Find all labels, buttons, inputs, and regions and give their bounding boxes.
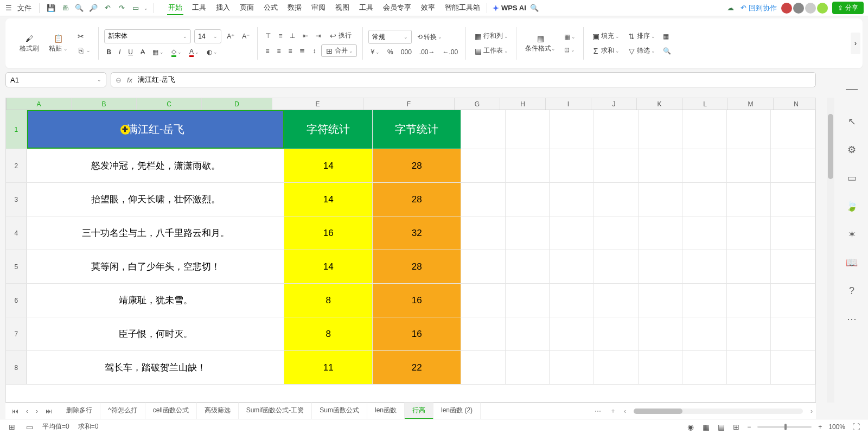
cell[interactable] <box>682 317 727 350</box>
number-format-select[interactable]: 常规⌄ <box>368 30 412 44</box>
help-icon[interactable]: ? <box>844 283 859 298</box>
fullscreen-icon[interactable]: ⛶ <box>852 423 860 431</box>
ribbon-tab-0[interactable]: 开始 <box>167 1 183 15</box>
format-painter-button[interactable]: 🖌格式刷 <box>16 28 42 59</box>
cell[interactable] <box>550 216 594 250</box>
name-box[interactable]: A1⌄ <box>5 72 106 87</box>
increase-indent-button[interactable]: ⇥ <box>314 31 323 41</box>
cell[interactable] <box>771 110 815 149</box>
cell[interactable] <box>506 183 550 216</box>
hscroll-right-button[interactable]: › <box>807 407 816 415</box>
header-char-stat[interactable]: 字符统计 <box>284 110 373 149</box>
byte-count-cell[interactable]: 16 <box>373 317 461 350</box>
char-count-cell[interactable]: 8 <box>284 317 373 350</box>
poem-cell[interactable]: 驾长车，踏破贺兰山缺！ <box>27 351 285 384</box>
cell-styles-button[interactable]: ▦⌄ <box>562 32 578 42</box>
ribbon-tab-3[interactable]: 页面 <box>239 1 255 15</box>
ribbon-tab-7[interactable]: 视图 <box>334 1 350 15</box>
cell[interactable] <box>639 317 683 350</box>
cell[interactable] <box>506 351 550 384</box>
qat-redo-icon[interactable]: ↷ <box>116 2 127 14</box>
fill-button[interactable]: ▣填充⌄ <box>589 30 622 42</box>
status-record-icon[interactable]: ▭ <box>25 423 34 431</box>
cell[interactable] <box>682 149 727 182</box>
sheet-tab[interactable]: Sumif函数公式-工资 <box>239 403 312 419</box>
col-header[interactable]: I <box>546 98 591 110</box>
col-header[interactable]: G <box>455 98 500 110</box>
highlight-button[interactable]: ◐⌄ <box>205 47 220 57</box>
col-header[interactable]: C <box>137 98 202 110</box>
sheet-tab[interactable]: Sum函数公式 <box>312 403 367 419</box>
row-header[interactable]: 1 <box>6 110 27 149</box>
align-top-button[interactable]: ⊤ <box>263 31 273 41</box>
cond-format-button[interactable]: ▦条件格式⌄ <box>522 28 559 59</box>
sheet-tab[interactable]: cell函数公式 <box>145 403 197 419</box>
cell[interactable] <box>550 183 594 216</box>
cell[interactable] <box>682 216 727 250</box>
horizontal-scrollbar[interactable] <box>634 409 803 414</box>
poem-cell[interactable]: 抬望眼，仰天长啸，壮怀激烈。 <box>27 183 285 216</box>
col-header[interactable]: M <box>728 98 774 110</box>
cell[interactable] <box>550 284 594 317</box>
cell[interactable] <box>550 110 594 149</box>
col-header[interactable]: J <box>591 98 637 110</box>
sheet-next-button[interactable]: › <box>34 406 40 416</box>
sheet-tab[interactable]: len函数 <box>367 403 405 419</box>
formula-input[interactable]: ⊖ fx 满江红-岳飞 <box>111 72 816 87</box>
italic-button[interactable]: I <box>117 47 123 57</box>
avatar[interactable] <box>805 3 816 14</box>
cell[interactable] <box>639 149 683 182</box>
wrap-text-button[interactable]: ↩换行 <box>327 30 354 41</box>
orientation-button[interactable]: ↕ <box>310 46 318 56</box>
font-size-select[interactable]: 14⌄ <box>194 29 221 43</box>
ribbon-tab-8[interactable]: 工具 <box>358 1 374 15</box>
avatar[interactable] <box>781 3 792 14</box>
char-count-cell[interactable]: 14 <box>284 250 373 283</box>
sheet-tab[interactable]: 删除多行 <box>59 403 100 419</box>
cell[interactable] <box>594 216 639 250</box>
scrollbar-thumb[interactable] <box>634 409 682 414</box>
cell[interactable] <box>639 183 683 216</box>
cell[interactable] <box>506 284 550 317</box>
poem-cell[interactable]: 怒发冲冠，凭栏处，潇潇雨歇。 <box>27 149 285 182</box>
cell[interactable] <box>594 250 639 283</box>
col-header[interactable]: D <box>202 98 272 110</box>
qat-print-icon[interactable]: 🖶 <box>59 2 71 14</box>
cell[interactable] <box>727 284 771 317</box>
paste-button[interactable]: 📋粘贴 ⌄ <box>46 28 71 59</box>
ribbon-tab-5[interactable]: 数据 <box>286 1 303 15</box>
underline-button[interactable]: U <box>126 47 135 57</box>
worksheet-button[interactable]: ▤工作表⌄ <box>471 45 510 56</box>
cell[interactable] <box>682 284 727 317</box>
col-header[interactable]: E <box>272 98 363 110</box>
cell[interactable] <box>639 110 683 149</box>
cell[interactable] <box>682 110 727 149</box>
cell[interactable] <box>771 351 815 384</box>
hscroll-left-button[interactable]: ‹ <box>621 407 629 415</box>
sheet-tab[interactable]: 行高 <box>405 403 433 419</box>
cell[interactable] <box>506 110 550 149</box>
fx-icon[interactable]: fx <box>127 76 132 84</box>
cell[interactable] <box>461 250 506 283</box>
cell[interactable] <box>550 317 594 350</box>
cell[interactable] <box>639 284 683 317</box>
convert-button[interactable]: ⟲ 转换⌄ <box>415 31 444 43</box>
cell[interactable] <box>682 250 727 283</box>
cell[interactable] <box>550 250 594 283</box>
row-header[interactable]: 5 <box>6 250 27 283</box>
cell[interactable] <box>682 183 727 216</box>
cell[interactable] <box>727 317 771 350</box>
ribbon-tab-10[interactable]: 效率 <box>420 1 436 15</box>
avatar[interactable] <box>793 3 804 14</box>
view-page-break-icon[interactable]: ⊞ <box>732 423 741 431</box>
bold-button[interactable]: B <box>104 47 113 57</box>
cell[interactable] <box>461 216 506 250</box>
leaf-icon[interactable]: 🍃 <box>844 199 859 214</box>
decrease-decimal-button[interactable]: ←.00 <box>441 47 461 57</box>
char-count-cell[interactable]: 14 <box>284 183 373 216</box>
cell[interactable] <box>594 317 639 350</box>
zoom-slider[interactable] <box>757 426 812 428</box>
cell[interactable] <box>506 250 550 283</box>
qat-preview-icon[interactable]: 🔍 <box>73 2 85 14</box>
cell[interactable] <box>639 216 683 250</box>
